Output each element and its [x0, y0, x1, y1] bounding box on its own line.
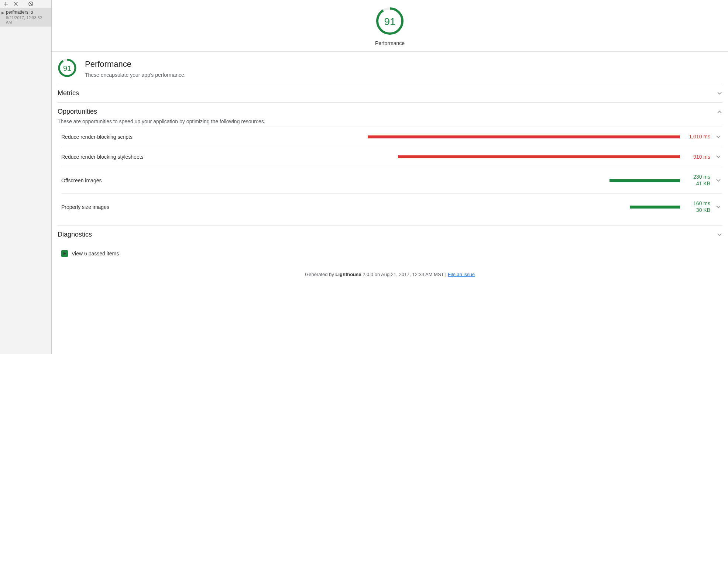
chevron-down-icon	[715, 204, 722, 210]
opportunities-desc: These are opportunities to speed up your…	[58, 118, 722, 124]
file-issue-link[interactable]: File an issue	[448, 272, 475, 277]
opportunity-values: 230 ms41 KB	[684, 174, 710, 187]
score-caption: Performance	[375, 40, 405, 46]
audit-timestamp: 8/21/2017, 12:33:32 AM	[6, 16, 48, 24]
sidebar: ▶ perfmatters.io 8/21/2017, 12:33:32 AM	[0, 0, 52, 354]
chevron-down-icon	[715, 134, 722, 140]
opportunity-bar	[176, 155, 680, 158]
passed-label: View 6 passed items	[72, 251, 119, 257]
report-main: 91 Performance 91 Performance These enca…	[52, 0, 728, 354]
category-subtitle: These encapsulate your app's performance…	[85, 72, 186, 78]
category-title: Performance	[85, 59, 186, 69]
opportunity-bar	[176, 206, 680, 209]
opportunity-values: 160 ms30 KB	[684, 200, 710, 213]
section-diagnostics: Diagnostics	[58, 226, 722, 244]
new-audit-button[interactable]	[3, 1, 9, 7]
footer-text: 2.0.0 on Aug 21, 2017, 12:33 AM MST |	[361, 272, 448, 277]
chevron-down-icon	[715, 178, 722, 183]
footer-tool: Lighthouse	[335, 272, 361, 277]
opportunities-toggle[interactable]: Opportunities	[58, 108, 722, 116]
score-value: 91	[375, 7, 404, 37]
opportunities-title: Opportunities	[58, 108, 97, 116]
category-header: 91 Performance These encapsulate your ap…	[58, 52, 722, 84]
play-icon	[61, 250, 68, 257]
category-gauge: 91	[58, 58, 77, 79]
footer-text: Generated by	[305, 272, 335, 277]
opportunity-name: Offscreen images	[61, 178, 172, 183]
opportunity-values: 1,010 ms	[684, 134, 710, 140]
hero: 91 Performance	[52, 0, 728, 52]
toolbar-separator	[23, 1, 23, 7]
metrics-toggle[interactable]: Metrics	[58, 89, 722, 97]
clear-button[interactable]	[13, 1, 18, 7]
opportunity-row[interactable]: Reduce render-blocking scripts1,010 ms	[61, 127, 722, 147]
audit-list-item[interactable]: ▶ perfmatters.io 8/21/2017, 12:33:32 AM	[0, 8, 51, 27]
metrics-title: Metrics	[58, 89, 79, 97]
audit-name: perfmatters.io	[6, 10, 48, 15]
category-score: 91	[58, 58, 77, 79]
diagnostics-title: Diagnostics	[58, 231, 92, 238]
opportunity-values: 910 ms	[684, 154, 710, 161]
report-footer: Generated by Lighthouse 2.0.0 on Aug 21,…	[58, 257, 722, 281]
opportunity-name: Properly size images	[61, 204, 172, 210]
section-metrics: Metrics	[58, 84, 722, 103]
section-opportunities: Opportunities These are opportunities to…	[58, 103, 722, 226]
sidebar-toolbar	[0, 0, 51, 8]
chevron-down-icon	[717, 232, 722, 237]
score-gauge: 91	[375, 7, 404, 37]
expand-icon: ▶	[1, 11, 4, 15]
opportunity-name: Reduce render-blocking scripts	[61, 134, 172, 140]
svg-line-1	[29, 3, 32, 5]
opportunity-list: Reduce render-blocking scripts1,010 msRe…	[58, 127, 722, 220]
passed-toggle[interactable]: View 6 passed items	[58, 244, 722, 257]
opportunity-bar	[176, 135, 680, 138]
opportunity-bar	[176, 179, 680, 182]
opportunity-name: Reduce render-blocking stylesheets	[61, 154, 172, 160]
opportunity-row[interactable]: Offscreen images230 ms41 KB	[61, 167, 722, 193]
chevron-up-icon	[717, 109, 722, 114]
block-icon[interactable]	[28, 1, 34, 7]
opportunity-row[interactable]: Properly size images160 ms30 KB	[61, 193, 722, 220]
opportunity-row[interactable]: Reduce render-blocking stylesheets910 ms	[61, 147, 722, 167]
diagnostics-toggle[interactable]: Diagnostics	[58, 231, 722, 238]
chevron-down-icon	[717, 91, 722, 96]
chevron-down-icon	[715, 154, 722, 159]
